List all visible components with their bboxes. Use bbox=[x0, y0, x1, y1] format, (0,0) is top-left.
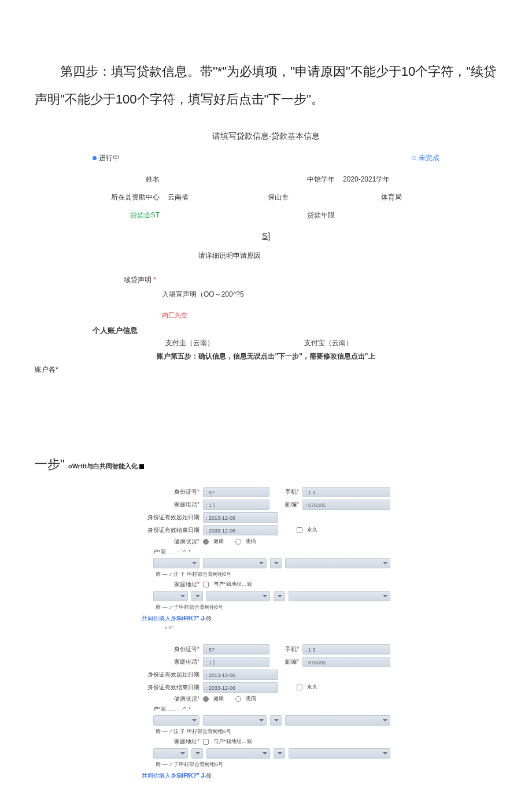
detail-form-2: 身份证号* : 5? 手机* : 1 3 家庭电话* : 1 } 邮编* : 6… bbox=[142, 644, 390, 780]
hukou-select-4[interactable] bbox=[285, 558, 390, 568]
id-start-date[interactable]: : 2013-12-06 bbox=[203, 512, 278, 523]
label-renew: 续贷声明 bbox=[124, 276, 152, 284]
account-header: 个人账户信息 bbox=[93, 326, 439, 336]
label-loan-term: 贷款年限 bbox=[268, 210, 337, 220]
id-start-date-2[interactable]: : 2013-12-06 bbox=[203, 670, 278, 680]
hukou-select-2[interactable] bbox=[203, 558, 267, 568]
error-empty: 内匚为空 bbox=[162, 311, 439, 320]
step5-tail: 一步" bbox=[35, 457, 65, 471]
hukou-select-3[interactable] bbox=[270, 558, 282, 568]
reason-placeholder[interactable]: 请详细说明申请原因 bbox=[198, 252, 261, 260]
permanent-checkbox-2[interactable] bbox=[297, 685, 302, 690]
home-select-5[interactable] bbox=[289, 591, 390, 601]
home-select-3[interactable] bbox=[206, 591, 270, 601]
home-phone-input-2[interactable]: : 1 } bbox=[203, 657, 269, 667]
health-radio-sick-2[interactable] bbox=[235, 696, 241, 702]
form-title: 请填写贷款信息-贷款基本信息 bbox=[93, 131, 439, 142]
hukou-select-1[interactable] bbox=[153, 558, 200, 568]
postcode-input-2[interactable]: : 678305 bbox=[302, 657, 390, 667]
value-province: 云南省 bbox=[165, 193, 264, 202]
label-center: 所在县资助中心 bbox=[93, 193, 162, 202]
id-end-date[interactable]: : 2033-12-06 bbox=[203, 525, 278, 535]
detail-form-1: 身份证号* : 5? 手机* : 1 3 家庭电话* : 1 } 邮编* : 6… bbox=[142, 487, 390, 630]
health-radio-healthy[interactable] bbox=[203, 539, 209, 545]
home-select-1[interactable] bbox=[153, 591, 188, 601]
square-icon bbox=[139, 464, 144, 469]
id-number-input-2[interactable]: : 5? bbox=[203, 644, 269, 655]
label-loan-amount: 贷款金ST bbox=[93, 210, 162, 220]
value-bureau: 体育局 bbox=[341, 193, 439, 202]
value-academic-year: 2020-2021学年 bbox=[341, 175, 439, 184]
info-grid: 姓名 中饴学年 2020-2021学年 所在县资助中心 云南省 保山市 体育局 … bbox=[93, 175, 439, 220]
step-dot-pending bbox=[412, 156, 416, 160]
sj-marker: S] bbox=[93, 231, 439, 241]
same-address-checkbox-2[interactable] bbox=[203, 739, 209, 745]
renew-subtitle: 入堪宣声明（OO～200^?5 bbox=[162, 290, 439, 299]
label-academic-year: 中饴学年 bbox=[268, 175, 337, 184]
same-address-checkbox[interactable] bbox=[203, 582, 209, 587]
postcode-input[interactable]: : 678305 bbox=[302, 500, 390, 510]
phone-input-2[interactable]: : 1 3 bbox=[302, 644, 390, 655]
form-screenshot: 请填写贷款信息-贷款基本信息 进行中 未完成 姓名 中饴学年 2020-2021… bbox=[93, 131, 439, 361]
health-radio-healthy-2[interactable] bbox=[203, 696, 209, 702]
step-indicator: 进行中 未完成 bbox=[93, 153, 439, 163]
value-city: 保山市 bbox=[268, 193, 337, 202]
intro-paragraph: 第四步：填写贷款信息。带"*"为必填项，"申请原因"不能少于10个字符，"续贷声… bbox=[35, 58, 497, 114]
label-name: 姓名 bbox=[93, 175, 162, 184]
home-select-4[interactable] bbox=[274, 591, 285, 601]
step-dot-active bbox=[93, 156, 97, 160]
permanent-checkbox[interactable] bbox=[297, 527, 302, 533]
home-phone-input[interactable]: : 1 } bbox=[203, 500, 269, 510]
pay-absent: 支付圭（云南） bbox=[165, 338, 301, 348]
id-end-date-2[interactable]: : 2033-12-06 bbox=[203, 682, 278, 693]
home-select-2[interactable] bbox=[191, 591, 203, 601]
phone-input[interactable]: : 1 3 bbox=[302, 487, 390, 497]
account-name-label: 账户各* bbox=[35, 365, 497, 375]
id-number-input[interactable]: : 5? bbox=[203, 487, 269, 497]
pay-alipay: 支付宝（云南） bbox=[304, 338, 439, 348]
health-radio-sick[interactable] bbox=[235, 539, 241, 545]
step5-note: 账户第五步：确认信息，信息无误点击"下一步"，需要修改信息点击"上 bbox=[93, 352, 439, 361]
